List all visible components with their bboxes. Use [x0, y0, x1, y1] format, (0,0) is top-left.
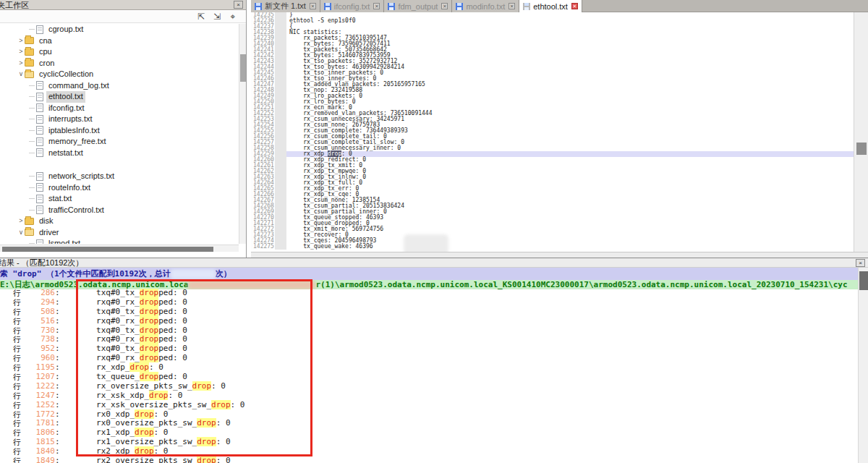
results-caption-bar: 结果 - （匹配10192次） × — [0, 258, 868, 268]
gutter-margin — [275, 221, 286, 226]
tree-item-cna[interactable]: >cna — [0, 35, 239, 47]
match-highlight: drop — [149, 391, 169, 400]
results-vertical-scrollbar[interactable] — [858, 268, 868, 463]
match-highlight: drop — [192, 381, 212, 391]
tree-item-netstat-txt[interactable]: netstat.txt — [0, 148, 239, 159]
tree-item-driver[interactable]: ∨driver — [0, 227, 239, 239]
tab-close-icon[interactable]: ✕ — [373, 3, 380, 9]
file-icon — [36, 126, 43, 135]
tree-item-label: memory_free.txt — [46, 136, 108, 148]
match-highlight: drop — [140, 297, 159, 307]
gutter-margin — [275, 99, 286, 105]
match-highlight: drop — [197, 437, 216, 446]
search-result-row[interactable]: 行286: txq#0_tx_dropped: 0 — [0, 289, 868, 298]
editor-horizontal-scrollbar[interactable] — [251, 252, 868, 258]
search-result-row[interactable]: 行1247: rx_xsk_xdp_drop: 0 — [0, 391, 868, 401]
tree-item-iptablesInfo-txt[interactable]: iptablesInfo.txt — [0, 125, 239, 137]
tree-item-ethtool-txt[interactable]: ethtool.txt — [0, 91, 239, 103]
tree-connector — [29, 187, 35, 188]
tree-item-stat-txt[interactable]: stat.txt — [0, 193, 239, 205]
row-line-number: 508 — [23, 307, 55, 317]
tab--1-txt[interactable]: 新文件 1.txt✕ — [251, 0, 320, 12]
workspace-close-icon[interactable]: × — [234, 1, 243, 9]
row-text: tx_queue_dropped: 0 — [77, 373, 187, 382]
row-line-label: 行 — [13, 354, 23, 363]
chevron-right-icon[interactable]: > — [17, 216, 25, 227]
search-result-row[interactable]: 行1207: tx_queue_dropped: 0 — [0, 373, 868, 382]
row-line-label: 行 — [13, 344, 23, 354]
file-icon — [36, 25, 43, 34]
row-colon: : — [55, 307, 60, 317]
row-line-number: 294 — [23, 298, 55, 307]
tree-item-network-scripts-txt[interactable]: network_scripts.txt — [0, 171, 239, 182]
tree-connector — [29, 153, 35, 153]
locate-file-icon[interactable]: ⌖ — [227, 12, 239, 22]
tree-item-trafficControl-txt[interactable]: trafficControl.txt — [0, 205, 239, 216]
tree-item-disk[interactable]: >disk — [0, 216, 239, 227]
search-result-row[interactable]: 行508: txq#0_tx_dropped: 0 — [0, 307, 868, 317]
tree-item-memory-free-txt[interactable]: memory_free.txt — [0, 136, 239, 148]
tree-item-cgroup-txt[interactable]: cgroup.txt — [0, 24, 239, 35]
tab-fdm-output[interactable]: fdm_output✕ — [384, 0, 452, 12]
tree-item-command-log-txt[interactable]: command_log.txt — [0, 80, 239, 92]
expand-all-icon[interactable]: ⇱ — [195, 12, 207, 22]
gutter-margin — [275, 116, 286, 122]
tree-connector — [29, 198, 35, 199]
tree-horizontal-scrollbar[interactable] — [0, 245, 239, 252]
row-line-number: 516 — [23, 317, 55, 326]
match-highlight: drop — [135, 446, 154, 456]
row-line-label: 行 — [13, 447, 23, 456]
gutter-margin — [275, 35, 286, 41]
row-text: rxq#0_rx_dropped: 0 — [77, 317, 187, 326]
results-close-icon[interactable]: × — [856, 259, 865, 267]
tab-ifconfig-txt[interactable]: ifconfig.txt✕ — [320, 0, 385, 12]
tree-item-routeInfo-txt[interactable]: routeInfo.txt — [0, 182, 239, 194]
tab-modinfo-txt[interactable]: modinfo.txt✕ — [452, 0, 519, 12]
chevron-down-icon[interactable]: ∨ — [17, 227, 25, 239]
row-line-label: 行 — [13, 307, 23, 317]
tab-close-icon[interactable]: ✕ — [571, 3, 578, 9]
editor-vertical-scrollbar[interactable] — [854, 12, 868, 252]
tree-vertical-scrollbar[interactable] — [239, 24, 246, 244]
search-result-row[interactable]: 行294: rxq#0_rx_dropped: 0 — [0, 298, 868, 307]
search-summary-prefix: 索 "drop" （1个文件中匹配到10192次，总计 — [0, 269, 171, 279]
results-caption: 结果 - （匹配10192次） — [0, 258, 83, 268]
gutter-margin — [275, 59, 286, 64]
tree-item-lsmod-txt[interactable]: lsmod.txt — [0, 238, 239, 244]
results-vertical-scrollbar-thumb[interactable] — [859, 271, 868, 290]
chevron-right-icon[interactable]: > — [17, 46, 25, 58]
tree-vertical-scrollbar-thumb[interactable] — [240, 54, 246, 82]
tab-close-icon[interactable]: ✕ — [441, 3, 448, 9]
gutter-margin — [275, 88, 286, 93]
tree-item-cpu[interactable]: >cpu — [0, 46, 239, 58]
tree-item-cron[interactable]: >cron — [0, 58, 239, 69]
search-result-row[interactable]: 行1252: rx_xsk_oversize_pkts_sw_drop: 0 — [0, 401, 868, 410]
gutter-margin — [275, 41, 286, 47]
gutter-margin — [275, 163, 286, 169]
search-summary-row[interactable]: 索 "drop" （1个文件中匹配到10192次，总计次） — [0, 268, 868, 280]
search-result-row[interactable]: 行1849: rx2_oversize_pkts_sw_drop: 0 — [0, 456, 868, 463]
tree-item-label: disk — [37, 216, 56, 227]
chevron-right-icon[interactable]: > — [17, 58, 25, 69]
tree-item-ifconfig-txt[interactable]: ifconfig.txt — [0, 103, 239, 114]
search-result-row[interactable]: 行1222: rx_oversize_pkts_sw_drop: 0 — [0, 382, 868, 391]
tab-ethtool-txt[interactable]: ethtool.txt✕ — [519, 0, 582, 12]
tree-item-cyclicCollection[interactable]: ∨cyclicCollection — [0, 69, 239, 80]
tab-close-icon[interactable]: ✕ — [310, 3, 316, 9]
search-result-row[interactable]: 行516: rxq#0_rx_dropped: 0 — [0, 317, 868, 326]
find-results-panel: 结果 - （匹配10192次） × 索 "drop" （1个文件中匹配到1019… — [0, 258, 868, 463]
editor-vertical-scrollbar-thumb[interactable] — [856, 143, 867, 155]
gutter-margin — [275, 82, 286, 88]
tab-close-icon[interactable]: ✕ — [509, 3, 515, 9]
tree-horizontal-scrollbar-thumb[interactable] — [2, 247, 213, 252]
app-window: 夹工作区 × ⇱⇲⌖ cgroup.txt>cna>cpu>cron∨cycli… — [0, 0, 868, 463]
chevron-right-icon[interactable]: > — [17, 35, 25, 47]
tree-item-label: ethtool.txt — [46, 91, 85, 103]
floppy-disk-icon — [388, 3, 395, 10]
code-area[interactable]: 142235}142236ethtool -S enp1s0f0142237{1… — [251, 12, 854, 252]
collapse-all-icon[interactable]: ⇲ — [211, 12, 223, 22]
chevron-down-icon[interactable]: ∨ — [17, 69, 25, 80]
tree-item-interrupts-txt[interactable]: interrupts.txt — [0, 114, 239, 125]
tree-item-label: stat.txt — [46, 193, 74, 205]
line-text: tx_queue_wake: 46396 — [286, 244, 854, 250]
